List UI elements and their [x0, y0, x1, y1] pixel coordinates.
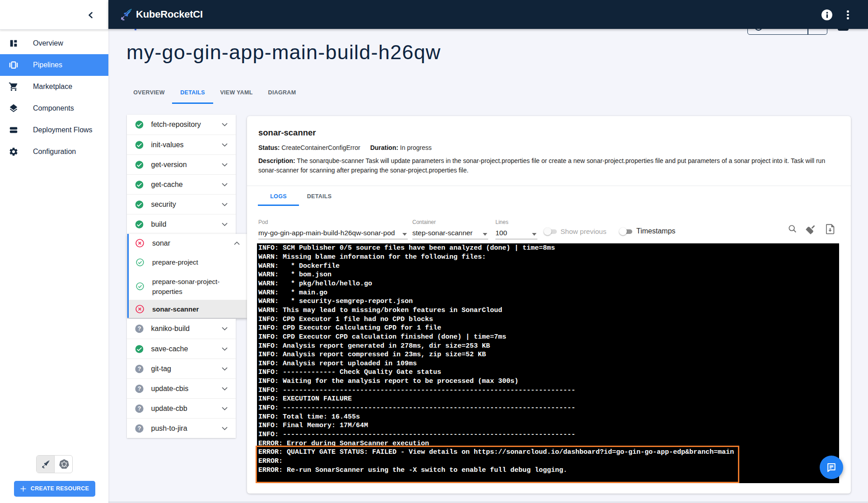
svg-text:?: ?: [138, 386, 141, 392]
svg-text:?: ?: [138, 425, 141, 432]
svg-text:?: ?: [138, 326, 141, 332]
svg-text:?: ?: [138, 366, 141, 372]
svg-text:?: ?: [138, 405, 141, 412]
